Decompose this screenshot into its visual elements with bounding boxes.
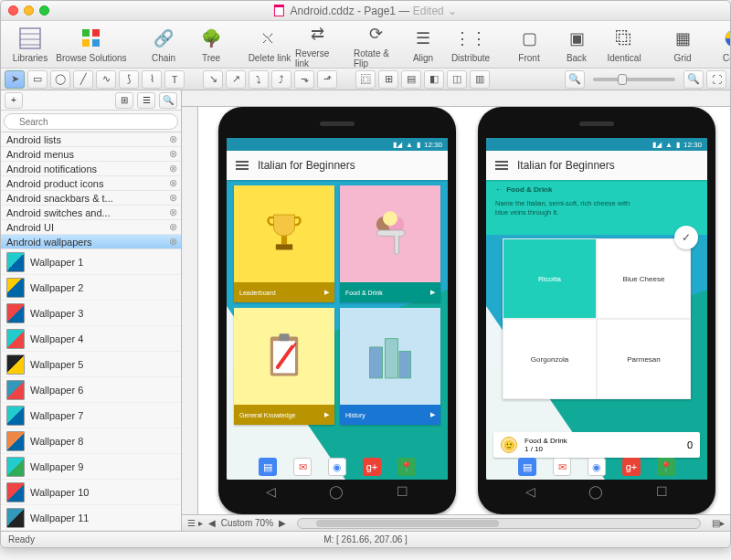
layer-tool[interactable]: ▤ [401,70,421,89]
close-icon[interactable]: ⊗ [169,177,177,189]
category-android-ui[interactable]: Android UI⊗ [1,220,181,235]
text-tool[interactable]: T [164,70,185,89]
add-library-button[interactable]: + [5,92,23,109]
hamburger-icon[interactable] [495,161,508,170]
phone-mockup-2[interactable]: ▮◢ ▲ ▮ 12:30 Italian for Beginners [478,107,715,514]
wallpaper-item-11[interactable]: Wallpaper 11 [1,505,181,531]
back-nav-icon[interactable]: ◁ [525,484,535,506]
recent-nav-icon[interactable]: ☐ [397,484,408,506]
outline-tool[interactable]: ▥ [470,70,490,89]
category-android-menus[interactable]: Android menus⊗ [1,147,181,162]
list-view-button[interactable]: ☰ [137,92,155,109]
answer-1[interactable]: Ricotta [503,238,597,319]
search-toggle-button[interactable]: 🔍 [159,92,177,109]
wallpaper-item-5[interactable]: Wallpaper 5 [1,352,181,377]
arc-tool[interactable]: ⟆ [119,70,139,89]
gmail-icon[interactable]: ✉ [553,458,571,476]
plus-icon[interactable]: g+ [622,458,641,476]
history-card[interactable]: History▶ [340,308,440,425]
quiz-back-icon[interactable]: ← [495,185,503,194]
wallpaper-item-7[interactable]: Wallpaper 7 [1,403,181,428]
wallpaper-item-10[interactable]: Wallpaper 10 [1,480,181,505]
close-icon[interactable]: ⊗ [169,192,177,204]
front-button[interactable]: ▢Front [507,26,551,63]
recent-nav-icon[interactable]: ☐ [656,484,668,506]
close-icon[interactable]: ⊗ [169,221,177,233]
ellipse-tool[interactable]: ◯ [50,70,70,89]
group-tool[interactable]: ⿴ [355,70,376,89]
connector-c[interactable]: ⤵ [249,70,269,89]
category-android-switches-and-[interactable]: Android switches and...⊗ [1,206,181,220]
zoom-label[interactable]: Custom 70% [221,518,273,528]
connector-d[interactable]: ⤴ [271,70,291,89]
reverse-link-button[interactable]: ⇄Reverse link [295,21,339,69]
libraries-button[interactable]: Libraries [8,26,52,63]
general-card[interactable]: General Knowledge▶ [234,308,334,425]
close-icon[interactable]: ⊗ [169,236,177,248]
close-icon[interactable]: ⊗ [169,206,177,218]
wallpaper-item-1[interactable]: Wallpaper 1 [1,249,181,275]
rotate-flip-button[interactable]: ⟳Rotate & Flip [354,21,397,69]
smart-tool[interactable]: ◧ [424,70,444,89]
category-android-lists[interactable]: Android lists⊗ [1,132,181,147]
browse-solutions-button[interactable]: Browse Solutions [56,26,127,63]
maps-icon[interactable]: 📍 [397,458,416,476]
zoom-slider[interactable] [593,78,675,81]
wallpaper-item-2[interactable]: Wallpaper 2 [1,275,181,301]
docs-icon[interactable]: ▤ [518,458,536,476]
connector-f[interactable]: ⬏ [317,70,337,89]
hamburger-icon[interactable] [236,161,249,170]
category-android-product-icons[interactable]: Android product icons⊗ [1,176,181,191]
close-window-icon[interactable] [8,5,18,16]
grid-view-button[interactable]: ⊞ [115,92,133,109]
home-nav-icon[interactable]: ◯ [329,484,344,506]
back-button[interactable]: ▣Back [555,26,599,63]
wallpaper-item-9[interactable]: Wallpaper 9 [1,454,181,480]
answer-4[interactable]: Parmesan [597,319,691,399]
close-icon[interactable]: ⊗ [169,148,177,160]
maps-icon[interactable]: 📍 [657,458,675,476]
wallpaper-item-6[interactable]: Wallpaper 6 [1,377,181,403]
distribute-button[interactable]: ⋮⋮Distribute [449,26,493,63]
canvas[interactable]: ▮◢ ▲ ▮ 12:30 Italian for Beginners [198,107,730,514]
check-fab[interactable]: ✓ [674,226,698,249]
answer-3[interactable]: Gorgonzola [503,319,597,399]
horizontal-scrollbar[interactable] [297,518,701,529]
page-add-icon[interactable]: ☰ ▸ [187,518,203,528]
curve-tool[interactable]: ∿ [96,70,116,89]
page-list-icon[interactable]: ▤▸ [712,518,725,528]
minimize-window-icon[interactable] [24,5,34,16]
zoom-fit-icon[interactable]: ⛶ [706,70,726,89]
chrome-icon[interactable]: ◉ [588,458,606,476]
plus-icon[interactable]: g+ [363,458,381,476]
category-android-notifications[interactable]: Android notifications⊗ [1,162,181,176]
polyline-tool[interactable]: ⌇ [142,70,162,89]
color-button[interactable]: Color [712,26,731,63]
prev-page-button[interactable]: ◀ [208,518,216,528]
chain-button[interactable]: 🔗Chain [142,26,185,63]
pointer-tool[interactable]: ➤ [5,70,25,89]
close-icon[interactable]: ⊗ [169,133,177,145]
grid-button[interactable]: ▦Grid [661,26,705,63]
line-tool[interactable]: ╱ [73,70,93,89]
food-card[interactable]: Food & Drink▶ [340,185,440,302]
connector-a[interactable]: ↘ [203,70,223,89]
connector-e[interactable]: ⬎ [294,70,314,89]
zoom-window-icon[interactable] [39,5,49,16]
rect-tool[interactable]: ▭ [27,70,48,89]
answer-2[interactable]: Blue Cheese [597,238,691,319]
chrome-icon[interactable]: ◉ [328,458,346,476]
docs-icon[interactable]: ▤ [259,458,277,476]
zoom-in-icon[interactable]: 🔍 [683,70,704,89]
phone-mockup-1[interactable]: ▮◢ ▲ ▮ 12:30 Italian for Beginners [218,107,456,514]
gmail-icon[interactable]: ✉ [293,458,312,476]
identical-button[interactable]: ⿻Identical [602,26,646,63]
title-dropdown-icon[interactable]: ⌄ [448,5,457,17]
wallpaper-item-4[interactable]: Wallpaper 4 [1,326,181,352]
wallpaper-item-3[interactable]: Wallpaper 3 [1,301,181,326]
leaderboard-card[interactable]: Leaderboard▶ [234,185,334,302]
align-button[interactable]: ☰Align [401,26,445,63]
connector-b[interactable]: ↗ [226,70,246,89]
category-android-wallpapers[interactable]: Android wallpapers⊗ [1,235,181,249]
delete-link-button[interactable]: ⛌Delete link [248,26,291,63]
